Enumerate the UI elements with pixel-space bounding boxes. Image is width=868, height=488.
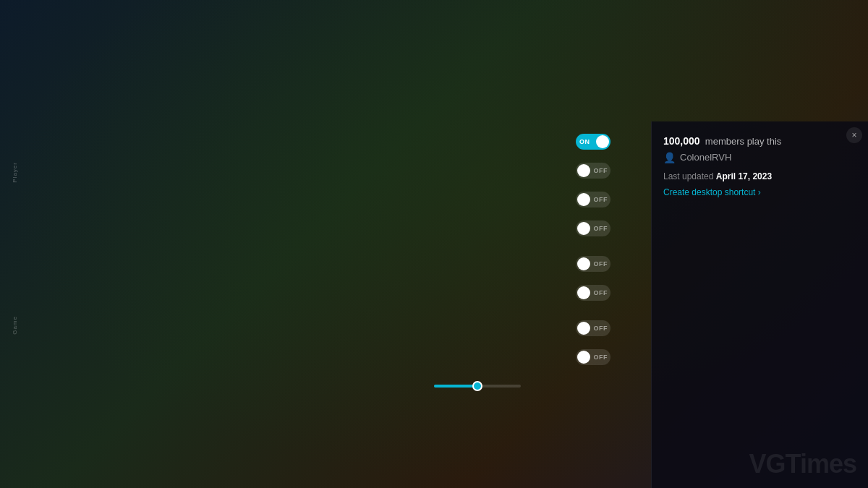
toggle-ignore-crafting[interactable]: OFF (576, 349, 610, 365)
toggle-knob (577, 351, 590, 364)
info-user: 👤 ColonelRVH (663, 150, 856, 166)
sidebar-game-label: Game (12, 316, 18, 335)
toggle-item-never-decrease[interactable]: OFF (576, 256, 610, 272)
toggle-off-text: OFF (594, 325, 608, 332)
toggle-knob (577, 257, 590, 270)
app-container: W 🔍 Home My games Explore Creators W WeM… (0, 0, 868, 488)
toggle-knob (577, 322, 590, 335)
last-updated-date: April 17, 2023 (716, 171, 772, 181)
toggle-remove-sliding[interactable]: OFF (576, 320, 610, 336)
info-username: ColonelRVH (680, 150, 731, 166)
toggle-off-text: OFF (594, 225, 608, 232)
toggle-off-text: OFF (594, 289, 608, 296)
slider-fill (434, 385, 477, 388)
members-count: 100,000 (663, 135, 700, 147)
toggle-unlimited-item-durability[interactable]: OFF (576, 285, 610, 301)
info-panel: × 100,000 members play this 👤 ColonelRVH… (651, 121, 868, 488)
toggle-on-text: ON (579, 138, 590, 145)
toggle-knob (596, 135, 609, 148)
last-updated-label: Last updated (663, 171, 713, 181)
toggle-off-text: OFF (594, 260, 608, 267)
toggle-unlimited-health[interactable]: ON (576, 134, 610, 150)
info-close-button[interactable]: × (846, 127, 862, 143)
toggle-off-text: OFF (594, 196, 608, 203)
toggle-unlimited-stamina[interactable]: OFF (576, 163, 610, 179)
toggle-knob (577, 286, 590, 299)
toggle-comfortable-temperature[interactable]: OFF (576, 221, 610, 236)
info-members-text: 100,000 members play this 👤 ColonelRVH (663, 133, 856, 166)
toggle-off-text: OFF (594, 167, 608, 174)
desktop-link-text: Create desktop shortcut › (663, 187, 761, 197)
toggle-knob (577, 222, 590, 235)
toggle-unlimited-nourishment[interactable]: OFF (576, 192, 610, 207)
toggle-off-text: OFF (594, 354, 608, 361)
user-icon: 👤 (663, 150, 676, 166)
desktop-shortcut-link[interactable]: Create desktop shortcut › (663, 187, 856, 197)
toggle-knob (577, 164, 590, 177)
sidebar-player-label: Player (12, 162, 18, 183)
slider-track (434, 385, 521, 388)
slider-thumb[interactable] (472, 381, 482, 391)
toggle-knob (577, 193, 590, 206)
members-label: members play this (705, 136, 781, 147)
last-updated: Last updated April 17, 2023 (663, 171, 856, 181)
